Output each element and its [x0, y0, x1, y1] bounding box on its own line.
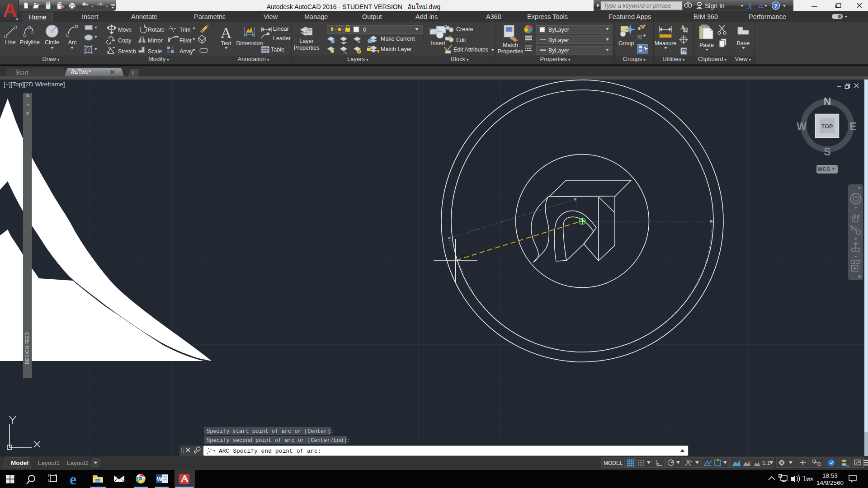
svg-text:Trim: Trim — [179, 27, 191, 33]
svg-text:S: S — [824, 146, 830, 158]
svg-text:✕: ✕ — [25, 93, 29, 99]
svg-text:N: N — [824, 96, 831, 108]
svg-text:Type a keyword or phrase: Type a keyword or phrase — [604, 2, 671, 9]
svg-text:Leader: Leader — [273, 35, 291, 42]
svg-text:⊖: ⊖ — [858, 274, 861, 279]
svg-text:Rotate: Rotate — [148, 27, 165, 33]
svg-text:Create: Create — [456, 26, 473, 33]
svg-text:X: X — [747, 2, 753, 10]
svg-text:Insert: Insert — [431, 40, 445, 47]
svg-text:Match: Match — [503, 42, 518, 48]
svg-text:Specify second point of arc or: Specify second point of arc or [Center/E… — [207, 437, 350, 444]
svg-text:Match Layer: Match Layer — [381, 46, 412, 52]
svg-text:A: A — [221, 24, 232, 41]
svg-text:Copy: Copy — [118, 38, 132, 44]
svg-text:Edit: Edit — [456, 37, 466, 43]
svg-text:E: E — [849, 121, 856, 132]
svg-text:Arc: Arc — [68, 39, 77, 46]
svg-text:Measure: Measure — [655, 40, 677, 47]
svg-text:Text: Text — [221, 40, 231, 47]
svg-text:ไทย: ไทย — [802, 476, 814, 483]
svg-text:MODEL: MODEL — [604, 460, 623, 466]
svg-text:Linear: Linear — [273, 26, 289, 32]
svg-text:Start: Start — [15, 69, 28, 76]
svg-text:W: W — [157, 476, 163, 483]
svg-text:✕: ✕ — [858, 186, 861, 190]
svg-text:อันใหม่*: อันใหม่* — [71, 69, 91, 75]
svg-text:Table: Table — [271, 47, 284, 53]
svg-text:18:53: 18:53 — [822, 472, 838, 479]
svg-text:[−][Top][2D Wireframe]: [−][Top][2D Wireframe] — [4, 81, 65, 88]
svg-text:Edit Attributes: Edit Attributes — [453, 47, 488, 53]
svg-text:W: W — [797, 121, 807, 132]
svg-text:e: e — [70, 471, 76, 488]
svg-text:+: + — [94, 459, 98, 466]
svg-text:Paste: Paste — [699, 42, 714, 48]
svg-text:Specify start point of arc or: Specify start point of arc or [Center]: — [207, 428, 334, 435]
svg-text:Move: Move — [118, 27, 132, 33]
svg-text:Properties: Properties — [294, 45, 320, 51]
svg-text:TOP: TOP — [821, 123, 833, 130]
svg-text:ByLayer: ByLayer — [548, 27, 569, 33]
svg-text:?: ? — [774, 3, 778, 9]
svg-text:Mirror: Mirror — [148, 38, 163, 44]
svg-text:1:1: 1:1 — [762, 460, 770, 466]
svg-text:Layout1: Layout1 — [38, 460, 60, 466]
svg-text:DESIGN FEED: DESIGN FEED — [24, 332, 30, 364]
svg-text:Stretch: Stretch — [118, 48, 136, 55]
svg-text:14/9/2560: 14/9/2560 — [816, 479, 844, 486]
svg-text:Properties: Properties — [498, 48, 524, 55]
svg-text:WCS: WCS — [817, 166, 830, 173]
svg-text:Make Current: Make Current — [381, 36, 415, 42]
svg-text:Sign In: Sign In — [705, 2, 725, 9]
svg-text:Layer: Layer — [299, 38, 313, 44]
svg-text:Circle: Circle — [45, 39, 59, 46]
svg-text:Polyline: Polyline — [20, 39, 40, 46]
svg-text:Group: Group — [618, 40, 634, 47]
svg-text:Line: Line — [5, 39, 16, 46]
svg-text:Layout2: Layout2 — [67, 460, 89, 466]
svg-text:Fillet: Fillet — [179, 38, 192, 44]
svg-text:Dimension: Dimension — [236, 40, 263, 47]
svg-text:⇥: ⇥ — [26, 103, 29, 107]
svg-text:ARC Specify end point of arc:: ARC Specify end point of arc: — [219, 448, 321, 455]
svg-text:ByLayer: ByLayer — [548, 37, 569, 43]
svg-text:+: + — [131, 69, 135, 76]
svg-text:Model: Model — [11, 460, 28, 466]
svg-text:Scale: Scale — [148, 48, 162, 55]
svg-text:✲: ✲ — [26, 111, 29, 116]
svg-text:ByLayer: ByLayer — [548, 47, 569, 54]
svg-text:Base: Base — [737, 40, 750, 47]
svg-text:0: 0 — [363, 26, 366, 33]
svg-text:Array: Array — [179, 48, 193, 55]
